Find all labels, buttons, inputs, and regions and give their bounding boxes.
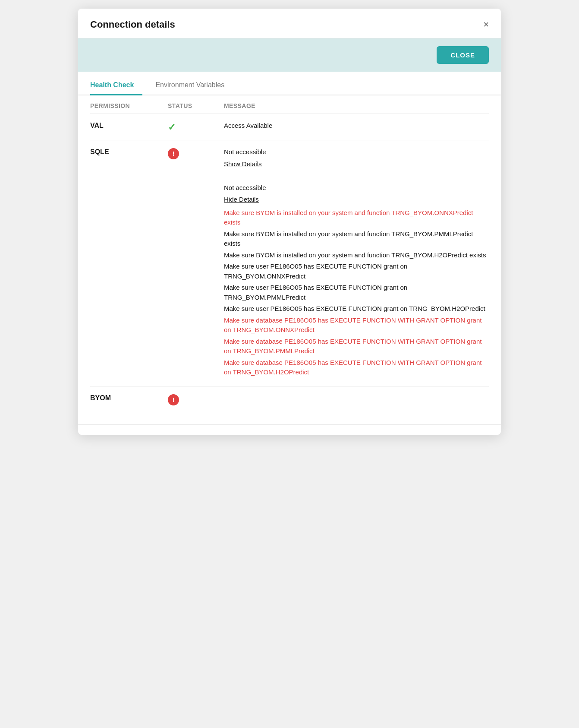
header-permission: Permission [90, 102, 168, 109]
modal-header: Connection details × [78, 9, 501, 38]
connection-details-modal: Connection details × CLOSE Health Check … [78, 9, 501, 435]
detail-line: Make sure BYOM is installed on your syst… [224, 250, 489, 260]
detail-line: Make sure database PE186O05 has EXECUTE … [224, 358, 489, 377]
table-row: VAL ✓ Access Available [90, 114, 489, 140]
table-row: Not accessible Hide Details Make sure BY… [90, 176, 489, 386]
tab-health-check[interactable]: Health Check [90, 75, 142, 95]
check-icon: ✓ [168, 122, 176, 133]
status-empty [168, 183, 224, 184]
message-details-expanded: Not accessible Hide Details Make sure BY… [224, 183, 489, 379]
table-row: BYOM ! [90, 386, 489, 412]
detail-line: Make sure database PE186O05 has EXECUTE … [224, 337, 489, 356]
close-x-button[interactable]: × [483, 20, 489, 29]
table-row: SQLE ! Not accessible Show Details [90, 140, 489, 176]
permission-byom: BYOM [90, 393, 168, 402]
error-icon: ! [168, 148, 179, 159]
message-text: Not accessible [224, 183, 489, 193]
table-header: Permission Status Message [90, 95, 489, 114]
error-icon: ! [168, 394, 179, 405]
close-button[interactable]: CLOSE [437, 46, 489, 64]
header-message: Message [224, 102, 489, 109]
tabs-container: Health Check Environment Variables [78, 75, 501, 95]
permission-empty [90, 183, 168, 184]
tab-environment-variables[interactable]: Environment Variables [155, 75, 233, 95]
status-sqle: ! [168, 147, 224, 159]
modal-footer [78, 424, 501, 435]
detail-line: Make sure user PE186O05 has EXECUTE FUNC… [224, 283, 489, 302]
status-byom: ! [168, 393, 224, 405]
detail-line: Make sure BYOM is installed on your syst… [224, 229, 489, 249]
message-val: Access Available [224, 121, 489, 133]
modal-title: Connection details [90, 19, 175, 30]
health-check-table: Permission Status Message VAL ✓ Access A… [78, 95, 501, 424]
permission-val: VAL [90, 121, 168, 130]
message-sqle: Not accessible Show Details [224, 147, 489, 169]
message-text: Access Available [224, 121, 489, 131]
details-block: Make sure BYOM is installed on your syst… [224, 208, 489, 377]
show-details-link[interactable]: Show Details [224, 159, 489, 169]
status-val: ✓ [168, 121, 224, 133]
message-text: Not accessible [224, 147, 489, 157]
detail-line: Make sure BYOM is installed on your syst… [224, 208, 489, 228]
permission-sqle: SQLE [90, 147, 168, 156]
header-status: Status [168, 102, 224, 109]
detail-line: Make sure user PE186O05 has EXECUTE FUNC… [224, 262, 489, 281]
detail-line: Make sure user PE186O05 has EXECUTE FUNC… [224, 304, 489, 314]
detail-line: Make sure database PE186O05 has EXECUTE … [224, 316, 489, 335]
hide-details-link[interactable]: Hide Details [224, 194, 489, 204]
top-bar: CLOSE [78, 38, 501, 72]
